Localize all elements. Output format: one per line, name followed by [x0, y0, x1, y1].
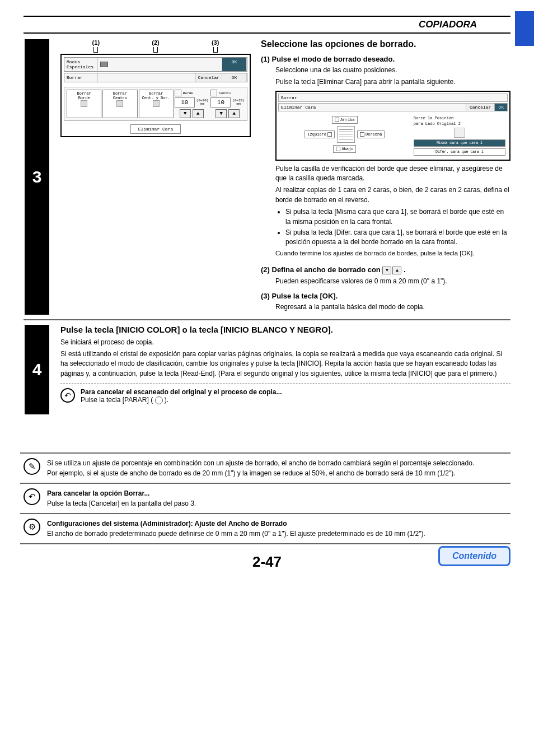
step3-sub2-heading: (2) Defina el ancho de borrado con ▼ ▲ .: [261, 265, 510, 274]
edge-up-button[interactable]: ▲: [193, 109, 204, 118]
undo-icon: ↶: [60, 388, 75, 403]
step4-note-post: ).: [165, 396, 168, 404]
step3-s1-p2: Pulse la tecla [Eliminar Cara] para abri…: [275, 77, 510, 87]
inline-down-icon: ▼: [382, 267, 391, 274]
centro-label: Centro: [219, 91, 231, 95]
doc-center-icon: [116, 100, 123, 107]
difer-cara-button[interactable]: Difer. cara que cara 1: [414, 148, 505, 156]
opt-borrar-cent-bor[interactable]: Borrar Cent. y Bor.: [139, 90, 174, 118]
step4-heading: Pulse la tecla [INICIO COLOR] o la tecla…: [60, 325, 510, 334]
edge-abajo-checkbox[interactable]: Abajo: [333, 145, 356, 153]
after-panel-b2: Si pulsa la tecla [Difer. cara que cara …: [285, 228, 510, 248]
center-down-button[interactable]: ▼: [216, 109, 227, 118]
panel2-eliminar-cara-label: Eliminar Cara: [279, 104, 466, 111]
header-title: COPIADORA: [24, 19, 510, 30]
eliminar-cara-button[interactable]: Eliminar Cara: [130, 124, 181, 134]
step4-note-pre: Pulse la tecla [PARAR] (: [81, 396, 153, 404]
step3-sub1-heading: (1) Pulse el modo de borrado deseado.: [261, 55, 510, 63]
section-color-tab: [515, 11, 534, 46]
panel2-ok-button[interactable]: OK: [494, 104, 507, 111]
panel2-right-line2: para Lado Original 2: [414, 122, 505, 126]
document-preview-icon: [337, 126, 355, 143]
step3-s2-p: Pueden especificarse valores de 0 mm a 2…: [275, 277, 510, 286]
edge-derecha-checkbox[interactable]: Derecha: [357, 130, 385, 138]
doc-edge-icon: [81, 100, 87, 107]
dashed-divider: [60, 383, 510, 384]
touchpanel-erase-options: Modos Especiales OK Borrar Cancelar OK: [60, 54, 251, 137]
edge-izquierd-checkbox[interactable]: Izquierd: [305, 130, 335, 138]
panel2-cancelar-button[interactable]: Cancelar: [466, 104, 494, 111]
center-width-value: 10: [210, 97, 231, 108]
step-number-3: 3: [25, 39, 49, 315]
inline-up-icon: ▲: [392, 267, 401, 274]
info3-h: Configuraciones del sistema (Administrad…: [47, 520, 287, 528]
info1-p2: Por ejemplo, si el ajuste de ancho de bo…: [47, 468, 510, 478]
step4-p1: Se iniciará el proceso de copia.: [60, 338, 510, 347]
callout-labels: (1) (2) (3): [60, 39, 251, 46]
callout-3: (3): [185, 39, 245, 46]
after-panel-b1: Si pulsa la tecla [Misma cara que cara 1…: [285, 207, 510, 227]
info-block-2: ↶ Para cancelar la opción Borrar... Puls…: [20, 483, 510, 513]
edge-down-button[interactable]: ▼: [180, 109, 191, 118]
borde-label: Borde: [183, 91, 193, 95]
info2-p: Pulse la tecla [Cancelar] en la pantalla…: [47, 500, 196, 507]
info3-p: El ancho de borrado predeterminado puede…: [47, 530, 425, 538]
edge-width-value: 10: [175, 97, 195, 108]
callout-2: (2): [126, 39, 186, 46]
panel1-cancelar-button[interactable]: Cancelar: [196, 73, 222, 82]
after-panel-p3: Cuando termine los ajustes de borrado de…: [275, 249, 510, 258]
page-header: COPIADORA: [24, 16, 510, 34]
panel2-right-line1: Borre la Posición: [414, 116, 505, 120]
pencil-note-icon: ✎: [24, 458, 40, 475]
step3-heading: Seleccione las opciones de borrado.: [261, 39, 510, 49]
center-width-icon: [210, 90, 217, 96]
panel2-borrar-label: Borrar: [278, 94, 508, 102]
after-panel-p1: Pulse la casilla de verificación del bor…: [275, 164, 510, 184]
info1-p1: Si se utiliza un ajuste de porcentaje en…: [47, 458, 510, 468]
step4-note-h: Para cancelar el escaneado del original …: [81, 388, 282, 396]
contenido-button[interactable]: Contenido: [438, 546, 510, 566]
step-4-row: 4 Pulse la tecla [INICIO COLOR] o la tec…: [24, 319, 510, 414]
opt-borrar-centro[interactable]: Borrar Centro: [102, 90, 137, 118]
step3-sub3-heading: (3) Pulse la tecla [OK].: [261, 292, 510, 300]
undo-icon: ↶: [24, 488, 40, 505]
after-panel-p2: Al realizar copias de 1 cara en 2 caras,…: [275, 185, 510, 205]
info2-h: Para cancelar la opción Borrar...: [47, 489, 149, 497]
callout-1: (1): [66, 39, 126, 46]
info-block-3: ⚙ Configuraciones del sistema (Administr…: [20, 513, 510, 544]
step4-p2: Si está utilizando el cristal de exposic…: [60, 349, 510, 379]
info-block-1: ✎ Si se utiliza un ajuste de porcentaje …: [20, 452, 510, 483]
misma-cara-button[interactable]: Misma cara que cara 1: [414, 139, 505, 147]
flip-icon: [454, 128, 465, 138]
step3-s3-p: Regresará a la pantalla básica del modo …: [275, 302, 510, 312]
step-3-row: 3 (1) (2) (3): [24, 39, 510, 315]
center-up-button[interactable]: ▲: [228, 109, 240, 118]
doc-edge-center-icon: [153, 100, 160, 107]
step3-s1-p1: Seleccione una de las cuatro posiciones.: [275, 66, 510, 75]
panel1-borrar-label: Borrar: [64, 73, 98, 82]
panel1-ok-button[interactable]: OK: [222, 73, 247, 82]
edge-arriba-checkbox[interactable]: Arriba: [332, 116, 357, 124]
touchpanel-eliminar-cara: Borrar Eliminar Cara Cancelar OK Arriba: [275, 91, 510, 161]
panel1-ok-small-button[interactable]: OK: [222, 58, 247, 71]
gear-icon: ⚙: [24, 519, 40, 535]
page-number: 2-47: [24, 553, 510, 571]
panel1-modos-label: Modos Especiales: [64, 58, 98, 71]
stop-key-icon: [155, 396, 163, 404]
step-number-4: 4: [25, 325, 49, 414]
opt-borrar-borde[interactable]: Borrar Borde: [67, 90, 101, 118]
edge-width-icon: [175, 90, 181, 96]
